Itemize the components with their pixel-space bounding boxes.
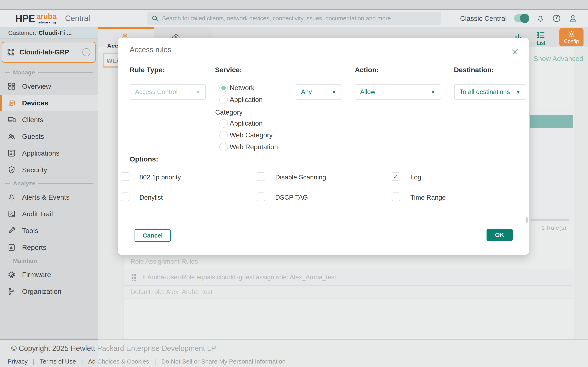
sidebar-item-reports[interactable]: Reports <box>0 239 98 256</box>
section-analyze: Analyze <box>0 178 98 189</box>
organization-hierarchy-icon <box>7 287 16 296</box>
radio-web-reputation[interactable] <box>219 143 228 151</box>
options-label: Options: <box>130 155 158 163</box>
global-search[interactable] <box>147 12 441 25</box>
modal-title: Access rules <box>130 45 171 54</box>
left-sidebar: Customer: Cloudi-Fi ... Cloudi-lab-GRP M… <box>0 27 98 339</box>
customer-label: Customer: <box>8 29 36 36</box>
rule-type-label: Rule Type: <box>130 66 164 74</box>
group-selector[interactable]: Cloudi-lab-GRP <box>2 42 95 63</box>
radio-network[interactable] <box>219 83 228 92</box>
modal-scrollbar[interactable] <box>526 217 527 223</box>
radio-web-category[interactable] <box>219 131 228 140</box>
security-shield-icon <box>7 166 16 174</box>
logo-divider <box>61 12 61 24</box>
chevron-down-icon: ▼ <box>331 89 337 95</box>
chevron-down-icon: ▼ <box>195 89 200 95</box>
group-frame-icon <box>7 48 15 56</box>
access-rules-modal: Access rules Rule Type: Service: Action:… <box>118 38 529 255</box>
sidebar-item-overview[interactable]: Overview <box>0 78 98 95</box>
guests-people-icon <box>7 132 16 141</box>
group-name: Cloudi-lab-GRP <box>19 48 82 56</box>
toggle-knob <box>520 14 529 23</box>
destination-dropdown[interactable]: To all destinations ▼ <box>454 84 526 100</box>
devices-ap-icon <box>7 99 16 107</box>
classic-central-toggle[interactable] <box>514 14 529 22</box>
sidebar-item-organization[interactable]: Organization <box>0 283 98 300</box>
sidebar-item-alerts-events[interactable]: Alerts & Events <box>0 189 98 206</box>
product-name: Central <box>65 14 90 23</box>
config-view-button[interactable]: Config <box>559 28 584 46</box>
sidebar-item-security[interactable]: Security <box>0 161 98 178</box>
classic-central-label: Classic Central <box>460 15 507 22</box>
search-icon <box>151 15 158 22</box>
close-icon[interactable] <box>511 48 519 56</box>
sidebar-item-guests[interactable]: Guests <box>0 128 98 145</box>
tools-wrench-icon <box>7 226 16 235</box>
overview-grid-icon <box>7 82 16 91</box>
config-gear-icon <box>568 30 575 38</box>
customer-name: Cloudi-Fi ... <box>38 29 72 36</box>
radio-application-category[interactable] <box>219 95 228 104</box>
reports-clipboard-icon <box>7 243 16 252</box>
top-nav-bar: HPE aruba networking Central Classic Cen… <box>0 9 588 27</box>
checkbox-log[interactable]: ✓ <box>392 172 400 181</box>
applications-grid-icon <box>7 149 16 157</box>
section-maintain: Maintain <box>0 256 98 266</box>
sidebar-item-tools[interactable]: Tools <box>0 222 98 239</box>
help-icon[interactable]: ? <box>552 14 561 23</box>
list-view-button[interactable]: List <box>536 31 545 46</box>
notifications-bell-icon[interactable] <box>536 14 545 23</box>
audit-trail-icon <box>7 210 16 218</box>
service-dropdown[interactable]: Any ▼ <box>296 84 342 100</box>
sidebar-item-clients[interactable]: Clients <box>0 111 98 128</box>
checkbox-dscp-tag[interactable] <box>257 192 265 201</box>
footer-link-privacy[interactable]: Privacy <box>8 358 27 365</box>
alerts-bell-icon <box>7 193 16 201</box>
rule-type-dropdown[interactable]: Access Control ▼ <box>130 84 206 100</box>
sidebar-item-applications[interactable]: Applications <box>0 145 98 161</box>
service-label: Service: <box>215 66 242 74</box>
brand-logo: HPE aruba networking Central <box>15 9 90 27</box>
firmware-chip-icon <box>7 270 16 279</box>
checkbox-denylist[interactable] <box>121 192 130 201</box>
chevron-down-icon: ▼ <box>516 89 521 95</box>
os-top-strip <box>0 0 588 9</box>
radio-application[interactable] <box>219 119 228 128</box>
group-loading-spinner <box>82 48 90 56</box>
destination-label: Destination: <box>454 66 494 74</box>
sidebar-item-audit-trail[interactable]: Audit Trail <box>0 206 98 222</box>
check-icon: ✓ <box>393 173 399 180</box>
search-input[interactable] <box>162 15 437 22</box>
customer-band: Customer: Cloudi-Fi ... <box>0 27 98 39</box>
account-user-icon[interactable] <box>568 14 577 23</box>
chevron-down-icon: ▼ <box>430 89 436 95</box>
modal-cancel-button[interactable]: Cancel <box>135 229 171 242</box>
footer-link-terms[interactable]: Terms of Use <box>40 358 76 365</box>
action-dropdown[interactable]: Allow ▼ <box>355 84 441 100</box>
modal-ok-button[interactable]: OK <box>486 229 513 241</box>
hpe-logo: HPE <box>15 13 35 24</box>
sidebar-item-firmware[interactable]: Firmware <box>0 266 98 283</box>
checkbox-disable-scanning[interactable] <box>257 172 265 181</box>
sidebar-nav: Manage Overview Devices Clients <box>0 67 98 300</box>
checkbox-time-range[interactable] <box>392 192 400 201</box>
aruba-logo: aruba networking <box>36 13 57 24</box>
checkbox-8021p-priority[interactable] <box>121 172 130 181</box>
clients-devices-icon <box>7 115 16 124</box>
sidebar-item-devices[interactable]: Devices <box>0 95 98 111</box>
section-manage: Manage <box>0 67 98 78</box>
action-label: Action: <box>355 66 379 74</box>
